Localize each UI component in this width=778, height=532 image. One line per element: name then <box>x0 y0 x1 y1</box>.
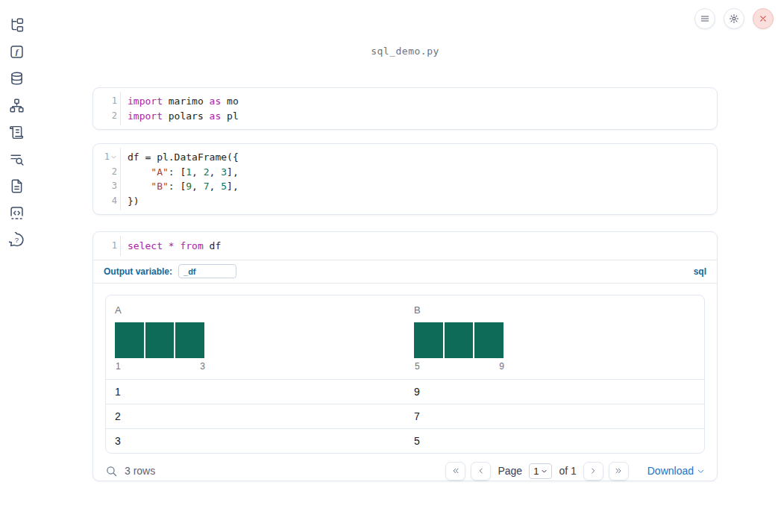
topbar-actions <box>694 8 774 29</box>
data-sources-icon[interactable] <box>7 69 25 87</box>
snippets-icon[interactable] <box>7 204 25 222</box>
histogram-bar <box>175 322 204 358</box>
code-line: 1import marimo as mo <box>93 94 717 109</box>
menu-icon[interactable] <box>694 8 715 29</box>
code-text[interactable]: "B": [9, 7, 5], <box>120 179 239 194</box>
table-cell: 9 <box>405 380 704 404</box>
line-number: 3 <box>93 179 120 194</box>
file-explorer-icon[interactable] <box>7 16 25 34</box>
table-row[interactable]: 27 <box>106 404 704 428</box>
language-badge: sql <box>694 266 706 277</box>
svg-text:f: f <box>15 47 19 56</box>
sql-editor[interactable]: 1select * from df <box>93 232 717 260</box>
column-header[interactable]: B59 <box>405 295 704 379</box>
code-line: 3 "B": [9, 7, 5], <box>93 179 717 194</box>
histogram-bar <box>474 322 503 358</box>
previous-page-icon[interactable] <box>471 462 491 481</box>
help-chat-icon[interactable]: ? <box>7 231 25 248</box>
page-select[interactable]: 1 <box>529 463 552 479</box>
sql-cell[interactable]: 1select * from df Output variable: sql A… <box>92 231 718 481</box>
output-variable-input[interactable] <box>178 264 236 278</box>
line-number: 1 <box>93 94 120 109</box>
of-label: of 1 <box>559 465 576 477</box>
pagination: Page 1 of 1 Download <box>445 462 705 481</box>
column-histogram <box>115 322 204 358</box>
histogram-bar <box>115 322 144 358</box>
code-cell-imports[interactable]: 1import marimo as mo2import polars as pl <box>92 87 718 130</box>
first-page-icon[interactable] <box>445 462 465 481</box>
close-icon[interactable] <box>753 8 774 29</box>
search-icon <box>105 465 118 478</box>
code-text[interactable]: df = pl.DataFrame({ <box>120 150 239 165</box>
histogram-axis-labels: 59 <box>414 361 505 372</box>
page-select-value: 1 <box>533 466 539 477</box>
table-footer: 3 rows Page 1 of 1 <box>93 454 717 481</box>
table-cell: 2 <box>106 404 405 428</box>
column-label: B <box>414 304 695 316</box>
download-label: Download <box>647 465 694 477</box>
table-header: A13B59 <box>106 295 704 379</box>
code-line: 1df = pl.DataFrame({ <box>93 150 717 165</box>
sql-cell-toolbar: Output variable: sql <box>93 260 717 284</box>
svg-text:?: ? <box>14 235 18 243</box>
line-number: 1 <box>93 150 120 165</box>
next-page-icon[interactable] <box>583 462 603 481</box>
line-number: 1 <box>93 239 120 254</box>
dataframe-table: A13B59 192735 <box>105 295 705 454</box>
marimo-notebook: f ? sql <box>0 0 778 532</box>
column-label: A <box>115 304 396 316</box>
gear-icon[interactable] <box>724 8 744 29</box>
code-text[interactable]: }) <box>120 194 139 209</box>
code-line: 2 "A": [1, 2, 3], <box>93 165 717 180</box>
code-text[interactable]: select * from df <box>120 239 221 254</box>
line-number: 4 <box>93 194 120 209</box>
table-cell: 5 <box>405 429 704 453</box>
logs-icon[interactable] <box>7 123 25 141</box>
table-cell: 7 <box>405 404 704 428</box>
code-line: 1select * from df <box>93 239 717 254</box>
code-line: 2import polars as pl <box>93 109 717 124</box>
chevron-down-icon <box>697 467 705 475</box>
helper-sidebar: f ? <box>0 0 33 532</box>
code-cell-dataframe[interactable]: 1df = pl.DataFrame({2 "A": [1, 2, 3],3 "… <box>92 143 718 215</box>
table-row[interactable]: 19 <box>106 379 704 404</box>
histogram-axis-labels: 13 <box>115 361 206 372</box>
code-editor[interactable]: 1df = pl.DataFrame({2 "A": [1, 2, 3],3 "… <box>93 144 717 214</box>
documentation-icon[interactable] <box>7 177 25 195</box>
page-label: Page <box>498 465 522 477</box>
fold-chevron-icon[interactable] <box>110 154 117 160</box>
line-number: 2 <box>93 165 120 180</box>
table-cell: 1 <box>106 380 405 404</box>
histogram-bar <box>445 322 474 358</box>
column-histogram <box>414 322 503 358</box>
search-icon[interactable] <box>7 150 25 168</box>
line-number: 2 <box>93 109 120 124</box>
code-line: 4}) <box>93 194 717 209</box>
code-text[interactable]: "A": [1, 2, 3], <box>120 165 239 180</box>
histogram-bar <box>145 322 175 358</box>
histogram-bar <box>414 322 443 358</box>
cell-output: A13B59 192735 <box>93 284 717 454</box>
row-count: 3 rows <box>105 465 155 478</box>
code-text[interactable]: import marimo as mo <box>120 94 239 109</box>
code-text[interactable]: import polars as pl <box>120 109 239 124</box>
variables-icon[interactable]: f <box>7 43 25 60</box>
table-cell: 3 <box>106 429 405 453</box>
code-editor[interactable]: 1import marimo as mo2import polars as pl <box>93 88 717 129</box>
table-body: 192735 <box>106 379 704 453</box>
output-variable-label: Output variable: <box>104 266 172 277</box>
last-page-icon[interactable] <box>609 462 629 481</box>
notebook-filename: sql_demo.py <box>92 46 718 57</box>
download-button[interactable]: Download <box>647 465 705 477</box>
table-row[interactable]: 35 <box>106 428 704 453</box>
dependency-graph-icon[interactable] <box>7 96 25 114</box>
row-count-label: 3 rows <box>125 465 155 477</box>
column-header[interactable]: A13 <box>106 295 405 379</box>
chevron-down-icon <box>541 468 548 475</box>
